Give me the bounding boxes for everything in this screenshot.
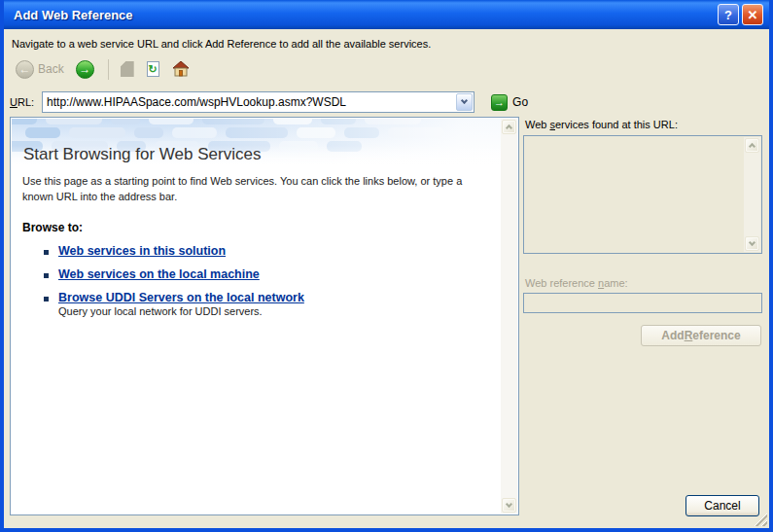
- titlebar: Add Web Reference ? ✕: [4, 0, 769, 29]
- scroll-up-button[interactable]: [745, 138, 759, 153]
- add-web-reference-dialog: Add Web Reference ? ✕ Navigate to a web …: [0, 0, 773, 532]
- cancel-button[interactable]: Cancel: [685, 495, 759, 516]
- scroll-up-icon: [506, 124, 512, 131]
- list-item: Web services on the local machine: [22, 267, 491, 281]
- scroll-up-button[interactable]: [502, 120, 516, 134]
- close-icon: ✕: [748, 8, 758, 22]
- titlebar-buttons: ? ✕: [718, 4, 763, 25]
- url-dropdown-button[interactable]: [456, 93, 473, 111]
- go-button[interactable]: → Go: [491, 94, 528, 111]
- web-reference-name-input[interactable]: [524, 294, 761, 312]
- scroll-down-icon: [506, 501, 512, 508]
- name-label-pre: Web reference: [525, 277, 598, 289]
- services-found-label-post: ervices found at this URL:: [555, 119, 678, 130]
- go-button-label: Go: [512, 95, 528, 109]
- cancel-button-label: Cancel: [704, 499, 740, 513]
- url-label-key: U: [10, 96, 18, 108]
- banner: Start Browsing for Web Services: [12, 119, 501, 167]
- add-reference-label-pre: Add: [661, 329, 684, 342]
- results-panel: Web services found at this URL: Web refe…: [523, 117, 762, 346]
- link-list: Web services in this solution Web servic…: [22, 244, 491, 317]
- forward-icon: →: [76, 60, 94, 79]
- dialog-description: Navigate to a web service URL and click …: [12, 38, 431, 50]
- web-reference-name-box: [523, 293, 762, 313]
- name-label-post: ame:: [604, 277, 627, 289]
- url-combobox: [42, 91, 474, 113]
- chevron-down-icon: [461, 97, 468, 104]
- link-web-services-solution[interactable]: Web services in this solution: [58, 244, 226, 258]
- browser-content-panel: Start Browsing for Web Services Use this…: [10, 117, 519, 515]
- home-button[interactable]: [170, 59, 192, 79]
- services-found-label-pre: Web: [525, 119, 549, 130]
- scroll-up-icon: [749, 143, 755, 150]
- refresh-button[interactable]: ↻: [145, 59, 161, 79]
- add-reference-label-post: eference: [692, 329, 740, 342]
- link-note: Query your local network for UDDI server…: [58, 305, 491, 317]
- toolbar-separator: [108, 59, 109, 80]
- refresh-icon: ↻: [147, 61, 159, 77]
- list-item: Web services in this solution: [22, 244, 491, 258]
- add-reference-button[interactable]: Add Reference: [641, 325, 761, 346]
- bullet-icon: [44, 273, 49, 278]
- bullet-icon: [44, 297, 49, 301]
- dialog-content: Navigate to a web service URL and click …: [4, 29, 769, 528]
- list-item: Browse UDDI Servers on the local network: [22, 291, 491, 304]
- listbox-scrollbar[interactable]: [744, 137, 760, 252]
- services-listbox[interactable]: [523, 135, 762, 254]
- browser-toolbar: ← Back → ↻: [14, 56, 200, 82]
- go-icon: →: [491, 94, 508, 111]
- page-title: Start Browsing for Web Services: [23, 145, 261, 164]
- services-found-label: Web services found at this URL:: [525, 119, 762, 130]
- scroll-down-icon: [749, 239, 755, 246]
- home-icon: [172, 61, 190, 77]
- back-button-label: Back: [38, 62, 64, 76]
- stop-button[interactable]: [119, 59, 136, 79]
- browse-to-label: Browse to:: [22, 221, 491, 234]
- url-row: URL: → Go: [10, 91, 528, 113]
- link-browse-uddi-servers[interactable]: Browse UDDI Servers on the local network: [58, 291, 304, 304]
- back-button[interactable]: ← Back: [14, 58, 66, 81]
- scroll-down-button[interactable]: [745, 236, 759, 251]
- stop-icon: [121, 61, 134, 77]
- url-input[interactable]: [43, 92, 474, 112]
- main-scrollbar[interactable]: [501, 119, 517, 514]
- panel-body: Use this page as a starting point to fin…: [22, 174, 491, 317]
- help-button[interactable]: ?: [718, 4, 739, 25]
- add-reference-label-key: R: [685, 329, 693, 342]
- help-icon: ?: [724, 8, 732, 22]
- forward-button[interactable]: →: [74, 58, 96, 81]
- intro-text: Use this page as a starting point to fin…: [22, 174, 479, 205]
- link-web-services-local-machine[interactable]: Web services on the local machine: [58, 267, 260, 281]
- back-icon: ←: [16, 60, 34, 79]
- window-title: Add Web Reference: [14, 8, 718, 22]
- close-button[interactable]: ✕: [742, 4, 763, 25]
- url-label: URL:: [10, 96, 34, 108]
- bullet-icon: [44, 250, 49, 255]
- web-reference-name-label: Web reference name:: [525, 277, 762, 289]
- url-label-post: RL:: [18, 96, 34, 108]
- scroll-down-button[interactable]: [502, 498, 516, 513]
